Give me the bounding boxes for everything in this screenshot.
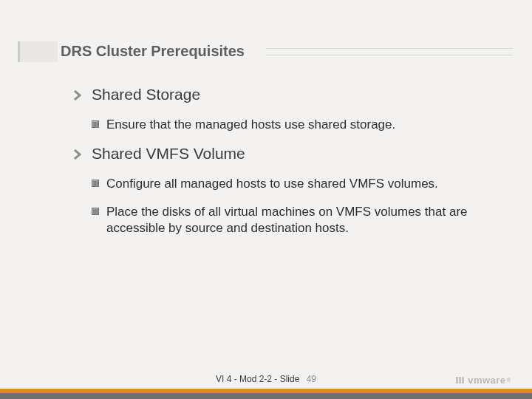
logo-boxes-icon: [456, 377, 465, 383]
title-bar: DRS Cluster Prerequisites: [0, 41, 532, 62]
slide: DRS Cluster Prerequisites Shared Storage…: [0, 0, 532, 399]
square-bullet-icon: [92, 120, 99, 128]
section-heading-text: Shared Storage: [92, 86, 200, 103]
list-item: Ensure that the managed hosts use shared…: [92, 117, 495, 133]
registered-icon: ®: [507, 377, 511, 383]
chevron-icon: [74, 149, 84, 160]
square-bullet-icon: [92, 208, 99, 215]
footer-stripe-gray: [0, 393, 532, 399]
list-item: Configure all managed hosts to use share…: [92, 176, 495, 192]
square-bullet-icon: [92, 180, 99, 187]
section-heading-text: Shared VMFS Volume: [92, 145, 245, 163]
list-item: Place the disks of all virtual machines …: [92, 204, 495, 236]
bullet-text: Place the disks of all virtual machines …: [106, 204, 495, 236]
title-accent: [18, 41, 58, 62]
footer-text: VI 4 - Mod 2-2 - Slide 49: [0, 374, 532, 384]
content-area: Shared Storage Ensure that the managed h…: [74, 81, 495, 248]
chevron-icon: [74, 90, 84, 100]
bullet-text: Ensure that the managed hosts use shared…: [106, 117, 395, 133]
slide-title: DRS Cluster Prerequisites: [61, 43, 249, 60]
title-rule: [266, 48, 513, 55]
page-number: 49: [307, 374, 316, 384]
logo-text: vmware: [468, 375, 505, 386]
section-heading: Shared VMFS Volume: [74, 145, 495, 163]
vmware-logo: vmware ®: [456, 375, 511, 386]
footer-label: VI 4 - Mod 2-2 - Slide: [216, 374, 299, 384]
section-heading: Shared Storage: [74, 86, 495, 103]
bullet-text: Configure all managed hosts to use share…: [106, 176, 438, 192]
